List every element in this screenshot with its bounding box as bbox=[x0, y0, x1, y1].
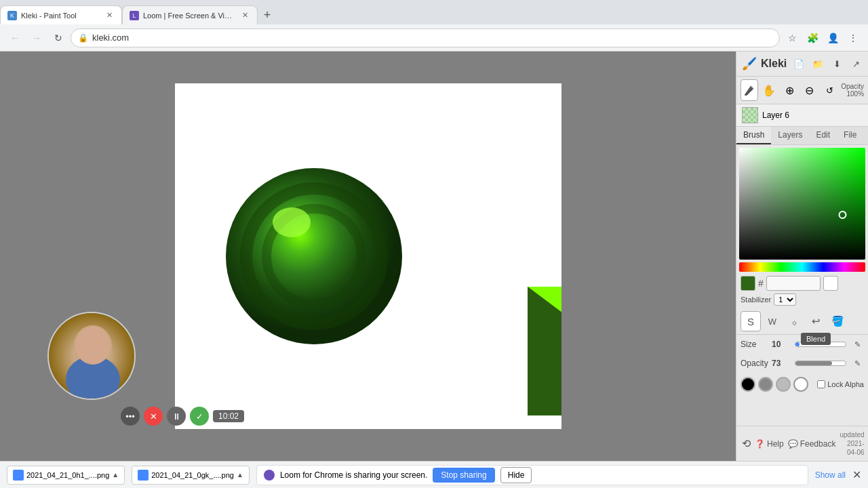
content-wrapper: ••• ✕ ⏸ ✓ 10:02 🖌️ Kleki 📄 📁 ⬇ ↗ ? bbox=[0, 52, 868, 488]
download-filename-2: 2021_04_21_0gk_....png bbox=[151, 471, 234, 479]
canvas-container[interactable]: ••• ✕ ⏸ ✓ 10:02 bbox=[0, 52, 736, 461]
rotate-button[interactable]: ↺ bbox=[821, 79, 839, 101]
nav-bar: ← → ↻ 🔒 kleki.com ☆ 🧩 👤 ⋮ bbox=[0, 24, 868, 52]
eraser-tool-button[interactable]: ⬦ bbox=[784, 311, 804, 331]
size-value: 10 bbox=[772, 340, 791, 349]
swatch-white[interactable] bbox=[793, 377, 808, 392]
tab-bar: K Kleki - Paint Tool ✕ L Loom | Free Scr… bbox=[0, 0, 868, 24]
opacity-slider[interactable] bbox=[795, 361, 846, 366]
help-button[interactable]: ❓ Help bbox=[755, 439, 784, 449]
tab-loom[interactable]: L Loom | Free Screen & Video Rec... ✕ bbox=[122, 5, 258, 24]
stabilizer-row: Stabilizer 12345 bbox=[739, 293, 865, 306]
tools-section: ✋ ⊕ ⊖ ↺ Opacity 100% bbox=[736, 77, 868, 104]
pause-button[interactable]: ⏸ bbox=[167, 407, 186, 426]
loom-notification: Loom for Chrome is sharing your screen. … bbox=[256, 465, 808, 485]
stabilizer-select[interactable]: 12345 bbox=[774, 293, 796, 306]
tab-brush[interactable]: Brush bbox=[736, 127, 771, 144]
lock-alpha-container: Lock Alpha bbox=[817, 380, 864, 388]
person-silhouette bbox=[49, 312, 134, 400]
fill-tool-button[interactable]: 🪣 bbox=[827, 311, 848, 331]
current-color-swatch[interactable] bbox=[741, 276, 755, 291]
tab-file[interactable]: File bbox=[837, 127, 863, 144]
download-chevron-1[interactable]: ▲ bbox=[112, 471, 119, 479]
white-swatch[interactable] bbox=[823, 276, 838, 291]
hex-input[interactable] bbox=[766, 276, 821, 291]
color-picker[interactable]: # Stabilizer 12345 bbox=[736, 145, 868, 308]
svg-point-12 bbox=[75, 327, 111, 365]
kleki-header-icons: 📄 📁 ⬇ ↗ ? bbox=[791, 56, 868, 72]
back-button[interactable]: ← bbox=[5, 28, 24, 47]
swatch-black[interactable] bbox=[741, 377, 755, 392]
undo-button[interactable]: ⟲ bbox=[742, 434, 751, 453]
updated-label: updated bbox=[840, 430, 864, 439]
kleki-favicon: K bbox=[7, 11, 17, 20]
color-gradient[interactable] bbox=[739, 148, 865, 260]
tab-kleki-close[interactable]: ✕ bbox=[104, 10, 115, 21]
tab-loom-title: Loom | Free Screen & Video Rec... bbox=[143, 12, 235, 20]
zoom-out-button[interactable]: ⊖ bbox=[801, 79, 818, 101]
hide-button[interactable]: Hide bbox=[500, 467, 532, 483]
tab-kleki[interactable]: K Kleki - Paint Tool ✕ bbox=[0, 5, 122, 24]
zoom-in-button[interactable]: ⊕ bbox=[781, 79, 798, 101]
download-file-icon-2 bbox=[138, 470, 149, 481]
extension-button[interactable]: 🧩 bbox=[803, 28, 822, 47]
main-area: ••• ✕ ⏸ ✓ 10:02 🖌️ Kleki 📄 📁 ⬇ ↗ ? bbox=[0, 52, 868, 461]
nav-right-icons: ☆ 🧩 👤 ⋮ bbox=[783, 28, 863, 47]
media-controls: ••• ✕ ⏸ ✓ 10:02 bbox=[121, 407, 244, 426]
open-file-button[interactable]: 📁 bbox=[810, 56, 826, 72]
download-item-1[interactable]: 2021_04_21_0h1_....png ▲ bbox=[7, 466, 125, 485]
swatches-row: Lock Alpha bbox=[736, 373, 868, 396]
stop-recording-button[interactable]: ✕ bbox=[144, 407, 163, 426]
brush-tool-button[interactable] bbox=[741, 79, 758, 101]
share-button[interactable]: ↗ bbox=[848, 56, 864, 72]
updated-info: updated 2021-04-06 bbox=[840, 430, 864, 457]
download-chevron-2[interactable]: ▲ bbox=[237, 471, 243, 479]
dismiss-bar-button[interactable]: ✕ bbox=[852, 468, 861, 481]
show-all-button[interactable]: Show all bbox=[815, 470, 846, 480]
feedback-button[interactable]: 💬 Feedback bbox=[788, 439, 836, 449]
hand-tool-button[interactable]: ✋ bbox=[761, 79, 778, 101]
menu-button[interactable]: ⋮ bbox=[844, 28, 863, 47]
address-bar[interactable]: 🔒 kleki.com bbox=[71, 28, 780, 47]
confirm-button[interactable]: ✓ bbox=[190, 407, 209, 426]
hash-icon: # bbox=[758, 278, 764, 289]
color-inputs: # bbox=[739, 276, 865, 291]
hue-bar[interactable] bbox=[739, 262, 865, 272]
svg-rect-15 bbox=[739, 148, 865, 260]
more-options-button[interactable]: ••• bbox=[121, 407, 140, 426]
download-bar: 2021_04_21_0h1_....png ▲ 2021_04_21_0gk_… bbox=[0, 461, 868, 488]
download-item-2[interactable]: 2021_04_21_0gk_....png ▲ bbox=[132, 466, 250, 485]
opacity-edit-button[interactable]: ✎ bbox=[850, 357, 864, 370]
new-tab-button[interactable]: + bbox=[258, 5, 277, 24]
blend-tool-button[interactable]: W bbox=[762, 311, 783, 331]
browser-chrome: K Kleki - Paint Tool ✕ L Loom | Free Scr… bbox=[0, 0, 868, 52]
tab-edit[interactable]: Edit bbox=[809, 127, 837, 144]
kleki-logo: Kleki bbox=[761, 58, 787, 70]
new-file-button[interactable]: 📄 bbox=[791, 56, 807, 72]
drawing-svg bbox=[175, 83, 561, 429]
layer-thumbnail bbox=[742, 107, 758, 123]
profile-button[interactable]: 👤 bbox=[823, 28, 842, 47]
opacity-slider-value: 73 bbox=[772, 359, 791, 368]
tab-loom-close[interactable]: ✕ bbox=[239, 10, 250, 21]
path-tool-button[interactable]: ↩ bbox=[806, 311, 826, 331]
stop-sharing-button[interactable]: Stop sharing bbox=[433, 468, 494, 483]
refresh-button[interactable]: ↻ bbox=[49, 28, 68, 47]
lock-alpha-checkbox[interactable] bbox=[817, 380, 825, 388]
tab-kleki-title: Kleki - Paint Tool bbox=[21, 12, 100, 20]
smudge-tool-button[interactable]: S bbox=[741, 311, 761, 331]
svg-point-3 bbox=[273, 207, 311, 237]
size-edit-button[interactable]: ✎ bbox=[850, 338, 864, 351]
canvas[interactable] bbox=[175, 83, 561, 429]
help-question-icon: ❓ bbox=[755, 439, 765, 449]
download-button[interactable]: ⬇ bbox=[829, 56, 845, 72]
download-file-icon-1 bbox=[13, 470, 24, 481]
forward-button[interactable]: → bbox=[27, 28, 46, 47]
bookmark-star-button[interactable]: ☆ bbox=[783, 28, 802, 47]
swatch-lightgray[interactable] bbox=[776, 377, 791, 392]
updated-date: 2021-04-06 bbox=[840, 439, 864, 457]
tab-layers[interactable]: Layers bbox=[771, 127, 809, 144]
kleki-header: 🖌️ Kleki 📄 📁 ⬇ ↗ ? bbox=[736, 52, 868, 77]
swatch-gray[interactable] bbox=[758, 377, 773, 392]
stabilizer-label: Stabilizer bbox=[741, 296, 771, 304]
